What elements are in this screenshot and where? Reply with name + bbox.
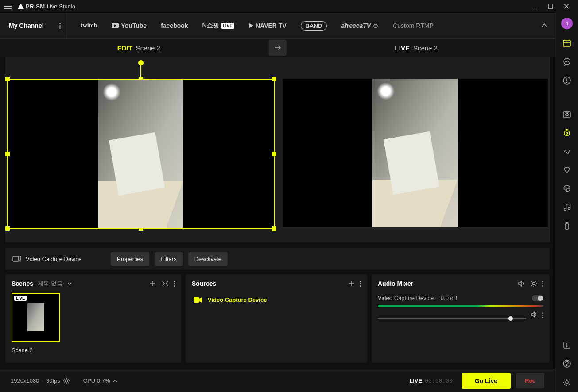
platform-navertv[interactable]: NAVER TV: [248, 22, 287, 29]
channel-menu[interactable]: [542, 312, 543, 318]
platform-shopping-live[interactable]: N쇼핑 LIVE: [202, 22, 234, 30]
camera-photo-icon: [562, 110, 571, 119]
svg-rect-1: [548, 4, 553, 8]
scene-item-name[interactable]: Scene 2: [12, 347, 175, 354]
resize-handle-br[interactable]: [272, 226, 276, 231]
properties-button[interactable]: Properties: [111, 252, 149, 266]
music-button[interactable]: [562, 203, 571, 211]
mixer-channel-level: 0.0 dB: [441, 295, 458, 301]
svg-point-27: [565, 61, 566, 62]
app-brand-suffix: Live Studio: [47, 3, 75, 10]
logo-triangle-icon: [18, 4, 24, 9]
source-item-name: Video Capture Device: [208, 296, 267, 303]
chat-icon: [562, 58, 571, 66]
virtual-cam-button[interactable]: [562, 128, 571, 137]
close-button[interactable]: [559, 0, 574, 12]
sources-menu[interactable]: [360, 281, 361, 287]
settings-button[interactable]: [562, 378, 571, 387]
right-sidebar: h: [555, 12, 578, 392]
svg-rect-23: [563, 40, 570, 46]
channel-mute[interactable]: [531, 311, 538, 319]
platform-twitch[interactable]: twitch: [81, 22, 97, 29]
cpu-usage[interactable]: CPU 0.7%: [83, 377, 118, 384]
platform-custom-rtmp[interactable]: Custom RTMP: [393, 22, 434, 29]
add-scene-button[interactable]: [149, 280, 157, 288]
sources-panel: Sources Video Capture Device: [186, 274, 367, 363]
screenshot-button[interactable]: [562, 110, 571, 119]
scene-thumbnail[interactable]: LIVE: [12, 293, 60, 342]
my-channel-menu[interactable]: [59, 23, 61, 29]
svg-line-9: [376, 24, 377, 25]
mixer-title: Audio Mixer: [378, 280, 413, 287]
studio-mode-button[interactable]: [161, 280, 169, 288]
fps-label: 30fps: [46, 377, 60, 384]
gear-icon: [562, 378, 571, 387]
deactivate-button[interactable]: Deactivate: [188, 252, 228, 266]
channel-collapse-button[interactable]: [541, 22, 548, 30]
gear-icon: [530, 280, 538, 288]
platform-facebook[interactable]: facebook: [161, 22, 188, 29]
transition-button[interactable]: [269, 40, 287, 56]
live-status-label: LIVE: [409, 377, 422, 384]
maximize-button[interactable]: [543, 0, 559, 12]
mixer-settings[interactable]: [530, 280, 538, 288]
rotate-handle[interactable]: [138, 60, 144, 65]
platform-afreeca[interactable]: afreecaTV: [341, 22, 379, 29]
heart-icon: [562, 165, 571, 174]
notice-button[interactable]: [562, 341, 571, 350]
live-badge: LIVE: [14, 296, 27, 301]
selected-source-name: Video Capture Device: [26, 256, 81, 262]
alert-button[interactable]: [562, 76, 571, 85]
svg-marker-21: [531, 312, 535, 317]
gear-icon[interactable]: [63, 377, 70, 384]
volume-slider[interactable]: [378, 318, 526, 319]
resize-handle-ml[interactable]: [5, 152, 10, 156]
audio-meter: [378, 305, 543, 307]
record-button[interactable]: Rec: [516, 373, 544, 388]
giphy-button[interactable]: [562, 165, 571, 174]
platform-band[interactable]: BAND: [301, 21, 327, 31]
edit-preview[interactable]: [7, 79, 275, 229]
help-icon: [562, 359, 571, 368]
platform-youtube[interactable]: YouTube: [111, 22, 147, 29]
svg-marker-18: [199, 297, 202, 303]
minimize-button[interactable]: [527, 0, 543, 12]
camera-icon: [12, 255, 21, 262]
scene-header: EDIT Scene 2 LIVE Scene 2: [0, 39, 555, 57]
add-source-button[interactable]: [347, 280, 355, 288]
svg-point-28: [566, 61, 567, 62]
mixer-mute-all[interactable]: [517, 280, 525, 288]
user-avatar[interactable]: h: [561, 18, 573, 29]
svg-point-34: [566, 113, 568, 116]
layout-button[interactable]: [562, 39, 571, 48]
go-live-button[interactable]: Go Live: [462, 373, 511, 389]
sticker-button[interactable]: [562, 184, 571, 193]
scenes-menu[interactable]: [174, 281, 175, 287]
my-channel-label: My Channel: [9, 22, 44, 29]
remote-button[interactable]: [562, 221, 571, 230]
squiggle-icon: [562, 147, 571, 156]
svg-point-20: [532, 282, 535, 285]
draw-button[interactable]: [562, 147, 571, 156]
chat-button[interactable]: [562, 58, 571, 66]
resize-handle-tl[interactable]: [5, 77, 10, 81]
titlebar: PRISM Live Studio: [0, 0, 578, 12]
chevron-down-icon[interactable]: [67, 281, 72, 286]
preview-area: [5, 57, 550, 242]
live-preview[interactable]: [283, 79, 548, 227]
mixer-menu[interactable]: [542, 281, 543, 287]
svg-point-46: [566, 347, 567, 347]
scene-collection-name[interactable]: 제목 없음: [38, 280, 62, 288]
filters-button[interactable]: Filters: [155, 252, 182, 266]
help-button[interactable]: [562, 359, 571, 368]
plus-icon: [347, 280, 355, 288]
resize-handle-bl[interactable]: [5, 226, 10, 231]
my-channel-box[interactable]: My Channel: [0, 12, 66, 39]
source-item[interactable]: Video Capture Device: [192, 293, 361, 307]
resize-handle-mr[interactable]: [272, 152, 276, 156]
hamburger-menu[interactable]: [4, 4, 14, 9]
camera-feed-edit: [98, 80, 183, 228]
layout-icon: [562, 39, 571, 48]
mixer-monitor-toggle[interactable]: [532, 295, 543, 301]
resize-handle-tr[interactable]: [272, 77, 276, 81]
